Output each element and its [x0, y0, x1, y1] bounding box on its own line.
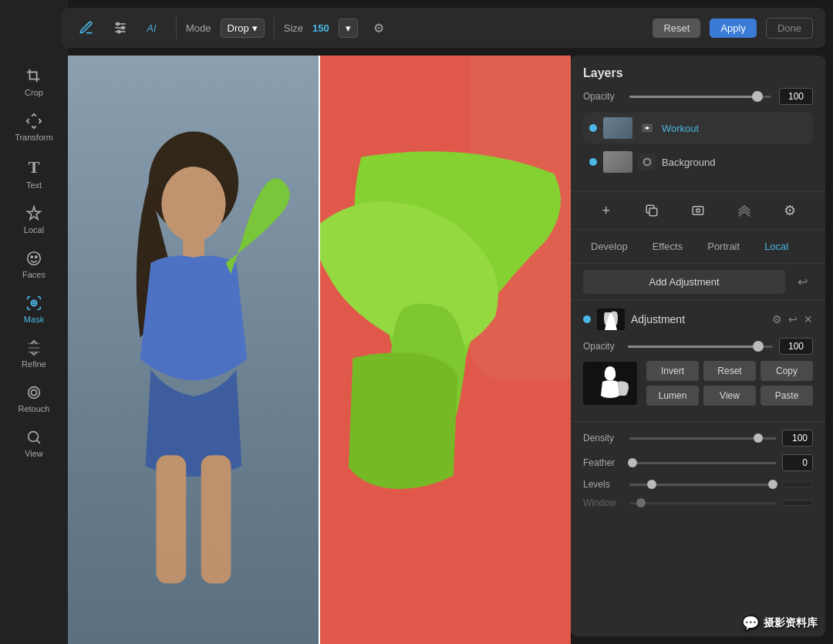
feather-slider[interactable]: [629, 457, 776, 468]
settings-icon[interactable]: ⚙: [367, 16, 390, 39]
adjustment-settings-icon[interactable]: ⚙: [772, 313, 782, 325]
tab-portrait[interactable]: Portrait: [696, 236, 750, 257]
done-button[interactable]: Done: [766, 18, 813, 39]
density-slider[interactable]: [629, 433, 776, 443]
opacity-fill: [629, 96, 757, 98]
layers-opacity-row: Opacity 100: [583, 88, 813, 105]
adjustment-undo-icon[interactable]: ↩: [788, 313, 798, 325]
svg-point-12: [31, 389, 36, 395]
size-dropdown[interactable]: ▾: [339, 19, 358, 38]
window-value: [782, 500, 813, 506]
adjustment-header: Adjustment ⚙ ↩ ✕: [583, 309, 813, 330]
sidebar-item-refine[interactable]: Refine: [5, 333, 63, 375]
layers-title: Layers: [583, 66, 813, 80]
opacity-value[interactable]: 100: [779, 88, 813, 105]
sidebar-label-faces: Faces: [22, 270, 46, 279]
stack-button[interactable]: [732, 198, 757, 223]
svg-rect-23: [693, 207, 703, 215]
add-adjustment-button[interactable]: Add Adjustment: [583, 270, 785, 294]
window-label: Window: [583, 497, 623, 508]
adjustment-visibility[interactable]: [583, 315, 591, 323]
mask-buttons: Invert Reset Copy Lumen View Paste: [646, 361, 813, 406]
image-right: [319, 56, 571, 644]
sidebar-item-faces[interactable]: Faces: [5, 244, 63, 285]
adj-opacity-fill: [628, 346, 758, 348]
adj-opacity-value[interactable]: 100: [779, 338, 813, 355]
levels-knob-right[interactable]: [768, 480, 777, 489]
lumen-button[interactable]: Lumen: [646, 386, 699, 406]
svg-point-8: [31, 256, 32, 258]
mode-dropdown[interactable]: Drop ▾: [221, 19, 265, 38]
svg-point-13: [29, 432, 39, 442]
feather-row: Feather 0: [583, 454, 813, 471]
adjustment-opacity-row: Opacity 100: [583, 338, 813, 355]
split-line: [319, 56, 320, 644]
feather-label: Feather: [583, 457, 623, 468]
reset-mask-button[interactable]: Reset: [703, 361, 756, 381]
toolbar-icon-ai[interactable]: AI: [142, 15, 167, 40]
view-button[interactable]: View: [703, 386, 756, 406]
apply-button[interactable]: Apply: [710, 19, 757, 38]
mask-layer-button[interactable]: [686, 198, 710, 223]
size-value: 150: [312, 22, 329, 34]
adjustment-close-icon[interactable]: ✕: [804, 313, 813, 325]
layer-item-background[interactable]: Background: [583, 147, 813, 177]
toolbar-divider2: [274, 17, 275, 39]
feather-value[interactable]: 0: [782, 454, 813, 471]
feather-knob[interactable]: [628, 458, 637, 467]
svg-point-3: [116, 22, 119, 25]
sidebar-item-text[interactable]: T Text: [5, 151, 63, 196]
layer-name-workout: Workout: [662, 123, 699, 134]
mask-preview: [583, 362, 637, 405]
sidebar-label-transform: Transform: [15, 133, 53, 142]
opacity-slider[interactable]: [629, 96, 771, 98]
layer-item-workout[interactable]: Workout: [583, 113, 813, 143]
density-knob[interactable]: [754, 433, 763, 443]
adj-opacity-thumb[interactable]: [753, 341, 764, 352]
adjustment-controls: ⚙ ↩ ✕: [772, 313, 813, 325]
sliders-section: Density 100 Feather 0 Levels: [571, 422, 825, 524]
canvas-area[interactable]: [68, 56, 571, 644]
opacity-thumb[interactable]: [752, 91, 763, 102]
adj-opacity-label: Opacity: [583, 341, 622, 352]
add-layer-button[interactable]: +: [594, 198, 619, 223]
tab-develop[interactable]: Develop: [580, 236, 639, 257]
image-left: [68, 56, 319, 644]
mask-figure: [583, 362, 637, 405]
layer-visibility-background[interactable]: [589, 158, 597, 166]
sidebar-item-mask[interactable]: Mask: [5, 288, 63, 330]
duplicate-layer-button[interactable]: [639, 198, 664, 223]
copy-mask-button[interactable]: Copy: [760, 361, 813, 381]
layer-settings-button[interactable]: ⚙: [777, 198, 802, 223]
chevron-down-icon: ▾: [252, 22, 258, 34]
add-adjustment-row: Add Adjustment ↩: [571, 264, 825, 301]
sidebar-item-transform[interactable]: Transform: [5, 106, 63, 148]
tab-local[interactable]: Local: [754, 236, 799, 257]
toolbar-icon-brush[interactable]: [74, 15, 99, 40]
layer-mask-workout: [639, 120, 656, 137]
tab-effects[interactable]: Effects: [642, 236, 694, 257]
sidebar-item-crop[interactable]: Crop: [5, 62, 63, 103]
sidebar-item-retouch[interactable]: Retouch: [5, 378, 63, 420]
sidebar-label-text: Text: [26, 180, 42, 190]
reset-button[interactable]: Reset: [653, 19, 700, 38]
levels-value: [782, 481, 813, 487]
adj-opacity-slider[interactable]: [628, 346, 773, 348]
toolbar-icon-sliders[interactable]: [108, 15, 133, 40]
adjustment-thumbnail: [597, 309, 625, 330]
paste-button[interactable]: Paste: [760, 386, 813, 406]
layer-visibility-workout[interactable]: [589, 124, 597, 132]
levels-knob-left[interactable]: [647, 480, 656, 489]
sidebar-item-view[interactable]: View: [5, 423, 63, 464]
density-value[interactable]: 100: [782, 430, 813, 447]
density-label: Density: [583, 433, 623, 443]
invert-button[interactable]: Invert: [646, 361, 699, 381]
sidebar-label-local: Local: [24, 225, 44, 234]
undo-button[interactable]: ↩: [791, 271, 813, 293]
window-slider: [629, 497, 776, 508]
feather-bg: [629, 462, 776, 464]
mask-row: Invert Reset Copy Lumen View Paste: [583, 361, 813, 406]
sidebar-label-mask: Mask: [24, 315, 44, 324]
levels-slider[interactable]: [629, 479, 776, 490]
sidebar-item-local[interactable]: Local: [5, 199, 63, 241]
